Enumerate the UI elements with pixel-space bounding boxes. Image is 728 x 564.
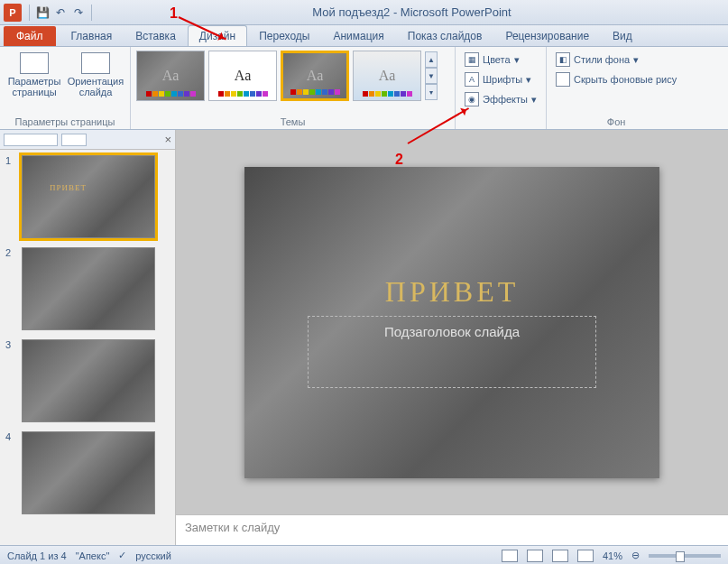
tab-home[interactable]: Главная <box>60 25 124 46</box>
notes-pane[interactable]: Заметки к слайду <box>176 514 728 545</box>
zoom-out[interactable]: ⊖ <box>631 550 640 561</box>
theme-thumb-1[interactable]: Aa <box>136 51 205 101</box>
page-setup-icon <box>20 52 49 74</box>
bg-styles-icon: ◧ <box>556 52 570 67</box>
gallery-up[interactable]: ▲ <box>425 51 438 68</box>
view-sorter[interactable] <box>527 550 543 562</box>
colors-icon: ▦ <box>465 52 479 67</box>
page-setup-label: Параметры страницы <box>7 76 61 97</box>
gallery-more[interactable]: ▾ <box>425 84 438 100</box>
file-tab[interactable]: Файл <box>4 26 56 46</box>
statusbar: Слайд 1 из 4 "Апекс" ✓ русский 41% ⊖ <box>0 545 728 564</box>
ribbon: Параметры страницы Ориентация слайда Пар… <box>0 47 728 130</box>
separator <box>29 5 30 21</box>
canvas-area[interactable]: ПРИВЕТ Подзаголовок слайда <box>176 130 728 514</box>
tab-design[interactable]: Дизайн <box>188 25 247 46</box>
theme-name: "Апекс" <box>76 550 110 561</box>
theme-thumb-3-selected[interactable]: Aa <box>281 51 349 101</box>
fonts-button[interactable]: A Шрифты ▾ <box>461 70 540 88</box>
undo-button[interactable]: ↶ <box>51 4 69 22</box>
view-normal[interactable] <box>502 550 518 562</box>
gallery-down[interactable]: ▼ <box>425 68 438 84</box>
gallery-scroll: ▲ ▼ ▾ <box>425 51 438 100</box>
checkbox-icon <box>556 72 570 87</box>
thumb-num: 2 <box>5 247 16 330</box>
thumb-num: 4 <box>5 431 16 514</box>
ribbon-tabs: Файл Главная Вставка Дизайн Переходы Ани… <box>0 25 728 47</box>
thumbs-list: 1 ПРИВЕТ 2 3 4 <box>0 150 175 545</box>
thumb-row-4: 4 <box>5 431 170 514</box>
slide[interactable]: ПРИВЕТ Подзаголовок слайда <box>244 167 659 478</box>
slide-subtitle-placeholder[interactable]: Подзаголовок слайда <box>308 316 596 388</box>
language-status[interactable]: русский <box>135 550 170 561</box>
canvas-wrap: ПРИВЕТ Подзаголовок слайда Заметки к сла… <box>176 130 728 545</box>
view-reading[interactable] <box>552 550 568 562</box>
thumbs-header: × <box>0 130 175 150</box>
group-page-setup: Параметры страницы Ориентация слайда Пар… <box>0 47 131 129</box>
separator <box>91 5 92 21</box>
tab-view[interactable]: Вид <box>601 25 644 46</box>
thumb-row-3: 3 <box>5 339 170 422</box>
theme-gallery: Aa Aa Aa Aa ▲ ▼ ▾ <box>136 51 438 101</box>
titlebar: P 💾 ↶ ↷ Мой подъезд2 - Microsoft PowerPo… <box>0 0 728 25</box>
tab-insert[interactable]: Вставка <box>124 25 188 46</box>
window-title: Мой подъезд2 - Microsoft PowerPoint <box>96 5 728 19</box>
tab-slideshow[interactable]: Показ слайдов <box>396 25 494 46</box>
group-label-themes: Темы <box>136 115 449 127</box>
zoom-value: 41% <box>603 550 622 561</box>
thumbnails-panel: × 1 ПРИВЕТ 2 3 4 <box>0 130 176 545</box>
slide-thumb-3[interactable] <box>22 339 155 422</box>
slide-thumb-2[interactable] <box>22 247 155 330</box>
thumb-num: 1 <box>5 155 16 238</box>
orientation-button[interactable]: Ориентация слайда <box>67 51 124 99</box>
effects-button[interactable]: ◉ Эффекты ▾ <box>461 90 540 108</box>
theme-thumb-4[interactable]: Aa <box>353 51 421 101</box>
slide-title[interactable]: ПРИВЕТ <box>244 275 659 309</box>
slides-tab[interactable] <box>4 134 58 146</box>
group-label-theme-opts <box>461 115 540 127</box>
main-area: × 1 ПРИВЕТ 2 3 4 <box>0 130 728 545</box>
group-theme-options: ▦ Цвета ▾ A Шрифты ▾ ◉ Эффекты ▾ <box>456 47 547 129</box>
group-label-background: Фон <box>552 115 680 127</box>
group-themes: Aa Aa Aa Aa ▲ ▼ ▾ <box>131 47 456 129</box>
slide-counter: Слайд 1 из 4 <box>7 550 67 561</box>
outline-tab[interactable] <box>61 134 87 146</box>
group-background: ◧ Стили фона ▾ Скрыть фоновые рису Фон <box>547 47 686 129</box>
spell-icon[interactable]: ✓ <box>118 550 126 561</box>
thumb-row-1: 1 ПРИВЕТ <box>5 155 170 238</box>
slide-thumb-1[interactable]: ПРИВЕТ <box>22 155 155 238</box>
colors-button[interactable]: ▦ Цвета ▾ <box>461 51 540 69</box>
theme-thumb-2[interactable]: Aa <box>208 51 277 101</box>
page-setup-button[interactable]: Параметры страницы <box>5 51 63 99</box>
orientation-label: Ориентация слайда <box>68 76 124 97</box>
tab-animations[interactable]: Анимация <box>321 25 395 46</box>
redo-button[interactable]: ↷ <box>69 4 88 22</box>
effects-icon: ◉ <box>465 92 479 106</box>
tab-transitions[interactable]: Переходы <box>247 25 321 46</box>
hide-bg-checkbox[interactable]: Скрыть фоновые рису <box>552 70 680 88</box>
close-panel-icon[interactable]: × <box>164 133 171 146</box>
view-slideshow[interactable] <box>577 550 594 562</box>
thumb-num: 3 <box>5 339 16 422</box>
orientation-icon <box>81 52 110 74</box>
save-button[interactable]: 💾 <box>33 4 51 22</box>
slide-thumb-4[interactable] <box>22 431 155 514</box>
fonts-icon: A <box>465 72 479 87</box>
zoom-slider[interactable] <box>649 554 721 558</box>
bg-styles-button[interactable]: ◧ Стили фона ▾ <box>552 51 680 69</box>
tab-review[interactable]: Рецензирование <box>493 25 601 46</box>
app-icon: P <box>4 4 22 22</box>
thumb-row-2: 2 <box>5 247 170 330</box>
group-label-page-setup: Параметры страницы <box>5 115 124 127</box>
